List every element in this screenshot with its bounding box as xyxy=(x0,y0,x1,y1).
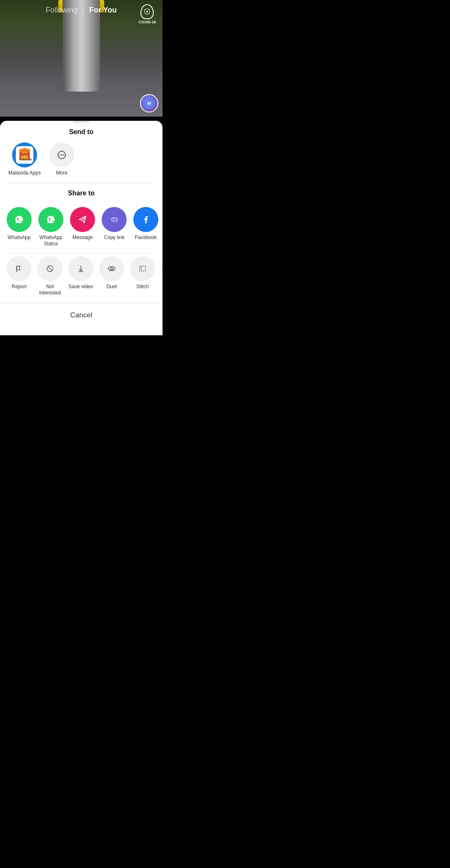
svg-point-6 xyxy=(60,155,61,156)
action-react[interactable]: React xyxy=(161,256,162,297)
message-label: Message xyxy=(72,234,93,241)
svg-rect-17 xyxy=(13,263,25,274)
send-to-malavida[interactable]: malavida.com Malavida Apps xyxy=(8,142,41,177)
duet-icon xyxy=(99,256,124,281)
nav-tabs: Following | For You xyxy=(46,6,117,15)
action-report[interactable]: Report xyxy=(7,256,32,297)
not-interested-label: Not interested xyxy=(38,284,62,297)
action-row: Report Not interested xyxy=(0,254,162,303)
share-facebook[interactable]: Facebook xyxy=(133,207,158,247)
duet-label: Duet xyxy=(106,284,117,290)
svg-rect-25 xyxy=(106,263,118,274)
svg-point-8 xyxy=(63,155,64,156)
send-to-title: Send to xyxy=(0,122,162,140)
top-navigation: Following | For You COVID-19 xyxy=(0,0,162,19)
copylink-label: Copy link xyxy=(104,234,124,241)
facebook-label: Facebook xyxy=(135,234,157,241)
action-duet[interactable]: Duet xyxy=(99,256,124,297)
covid-shield-icon xyxy=(140,4,154,19)
stitch-label: Stitch xyxy=(136,284,149,290)
share-copylink[interactable]: Copy link xyxy=(102,207,127,247)
facebook-icon xyxy=(133,207,158,232)
whatsapp-status-icon xyxy=(38,207,63,232)
nav-divider: | xyxy=(82,7,84,14)
cancel-button[interactable]: Cancel xyxy=(0,303,162,327)
copylink-icon xyxy=(102,207,127,232)
action-not-interested[interactable]: Not interested xyxy=(38,256,62,297)
not-interested-icon xyxy=(38,256,62,281)
tab-following[interactable]: Following xyxy=(46,6,78,15)
share-whatsapp-status[interactable]: WhatsApp Status xyxy=(38,207,63,247)
more-label: More xyxy=(56,170,67,177)
save-video-icon xyxy=(68,256,93,281)
send-to-row: malavida.com Malavida Apps More xyxy=(0,140,162,183)
covid-label: COVID-19 xyxy=(138,20,156,24)
svg-point-7 xyxy=(61,155,62,156)
share-to-row: WhatsApp WhatsApp Status M xyxy=(0,201,162,253)
svg-point-0 xyxy=(146,11,148,12)
svg-text:H: H xyxy=(148,101,151,107)
share-whatsapp[interactable]: WhatsApp xyxy=(7,207,32,247)
video-background: Following | For You COVID-19 H xyxy=(0,0,162,117)
malavida-icon: malavida.com xyxy=(12,142,37,167)
send-to-more[interactable]: More xyxy=(49,142,74,177)
share-to-title: Share to xyxy=(0,184,162,201)
report-icon xyxy=(7,256,32,281)
action-save-video[interactable]: Save video xyxy=(68,256,93,297)
whatsapp-label: WhatsApp xyxy=(8,234,30,241)
message-icon xyxy=(70,207,95,232)
svg-point-11 xyxy=(76,213,89,226)
whatsapp-status-label: WhatsApp Status xyxy=(38,234,63,247)
share-message[interactable]: Message xyxy=(70,207,95,247)
stitch-icon xyxy=(130,256,155,281)
whatsapp-icon xyxy=(7,207,32,232)
more-icon-circle xyxy=(49,142,74,167)
svg-point-29 xyxy=(113,268,114,269)
action-stitch[interactable]: Stitch xyxy=(130,256,155,297)
svg-text:malavida.com: malavida.com xyxy=(19,158,32,161)
report-label: Report xyxy=(12,284,27,290)
svg-point-28 xyxy=(110,268,110,269)
bottom-sheet: Send to malavida.com xyxy=(0,121,162,335)
covid-badge[interactable]: COVID-19 xyxy=(138,4,156,24)
react-icon xyxy=(161,256,162,281)
svg-rect-30 xyxy=(137,263,148,274)
save-video-label: Save video xyxy=(68,284,93,290)
tab-for-you[interactable]: For You xyxy=(89,6,117,15)
avatar[interactable]: H xyxy=(140,94,158,112)
malavida-label: Malavida Apps xyxy=(8,170,41,177)
